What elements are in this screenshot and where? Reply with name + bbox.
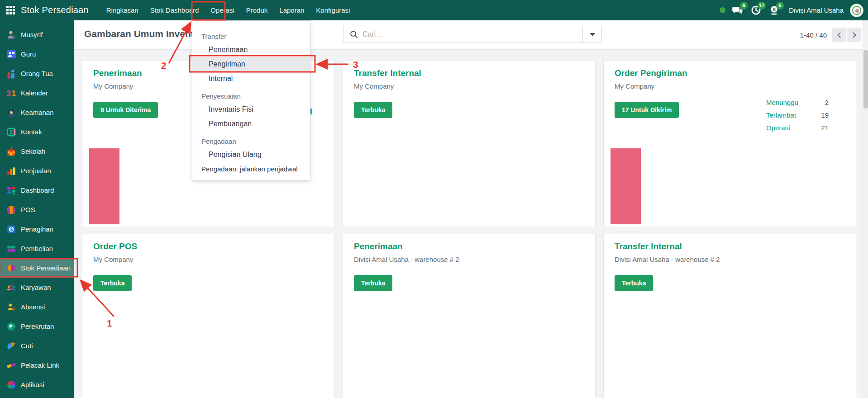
- card-action-button[interactable]: 17 Untuk Dikirim: [615, 102, 679, 118]
- card-stat-menunggu[interactable]: Menunggu2: [766, 96, 829, 109]
- sidebar-item-label: Stok Persediaan: [21, 264, 71, 272]
- sidebar-item-penagihan[interactable]: $Penagihan: [0, 219, 74, 239]
- inventory-icon: [6, 263, 16, 273]
- card-company: My Company: [354, 82, 584, 90]
- card-action-button[interactable]: Terbuka: [354, 102, 392, 118]
- sidebar-item-absensi[interactable]: Absensi: [0, 297, 74, 317]
- company-switcher[interactable]: Divisi Amal Usaha: [789, 6, 844, 14]
- topbar-menu-operasi[interactable]: Operasi: [205, 0, 240, 20]
- kanban-card-order-pos-3: Order POSMy CompanyTerbuka: [82, 234, 335, 398]
- dropdown-section-transfer: Transfer: [192, 31, 310, 43]
- dropdown-item-pengiriman[interactable]: Pengiriman: [192, 57, 310, 71]
- sidebar-item-label: Guru: [21, 50, 36, 58]
- svg-text:1: 1: [12, 89, 16, 98]
- scrollbar-track[interactable]: [863, 20, 868, 398]
- sidebar-item-label: Kontak: [21, 128, 42, 136]
- contacts-icon: [6, 127, 16, 137]
- link-tracker-icon: [6, 360, 16, 370]
- money-icon[interactable]: $ 5: [768, 5, 780, 16]
- stat-label: Menunggu: [766, 96, 798, 109]
- topbar: Stok Persediaan RingkasanStok DashboardO…: [0, 0, 868, 20]
- operasi-dropdown-menu: TransferPenerimaanPengirimanInternalPeny…: [192, 20, 310, 180]
- dropdown-item-pengisian-ulang[interactable]: Pengisian Ulang: [192, 147, 310, 162]
- sidebar-item-keamanan[interactable]: Keamanan: [0, 103, 74, 122]
- sidebar-item-label: Sekolah: [21, 147, 45, 155]
- sidebar-item-stok-persediaan[interactable]: Stok Persediaan: [0, 258, 74, 278]
- topbar-menus: RingkasanStok DashboardOperasiProdukLapo…: [100, 0, 356, 20]
- kanban-card-order-pengiriman-2: Order PengirimanMy Company17 Untuk Dikir…: [603, 61, 856, 227]
- card-title[interactable]: Penerimaan: [354, 242, 584, 251]
- topbar-menu-ringkasan[interactable]: Ringkasan: [100, 0, 144, 20]
- topbar-menu-produk[interactable]: Produk: [240, 0, 274, 20]
- sidebar-item-karyawan[interactable]: Karyawan: [0, 278, 74, 297]
- card-action-button[interactable]: 9 Untuk Diterima: [93, 102, 158, 118]
- card-stat-operasi[interactable]: Operasi21: [766, 122, 829, 134]
- search-filter-toggle[interactable]: [582, 26, 601, 43]
- dropdown-item-pembuangan[interactable]: Pembuangan: [192, 117, 310, 131]
- stat-value: 2: [825, 96, 829, 109]
- dropdown-gap: [192, 86, 310, 90]
- dropdown-item-penerimaan[interactable]: Penerimaan: [192, 43, 310, 57]
- sidebar-item-label: Absensi: [21, 303, 45, 311]
- dropdown-item-inventaris-fisi[interactable]: Inventaris Fisi: [192, 102, 310, 117]
- dropdown-item-pengadaan-jalankan-penjadwal[interactable]: Pengadaan: jalankan penjadwal: [192, 162, 310, 176]
- sidebar-item-label: Pelacak Link: [21, 361, 59, 369]
- sidebar-item-dashboard[interactable]: Dashboard: [0, 180, 74, 200]
- cyan-marker: [310, 109, 312, 114]
- pager-prev-button[interactable]: [832, 28, 846, 42]
- sidebar-item-orang-tua[interactable]: Orang Tua: [0, 64, 74, 83]
- card-title[interactable]: Transfer Internal: [354, 68, 584, 78]
- sidebar-item-pos[interactable]: POS: [0, 200, 74, 219]
- card-company: Divisi Amal Usaha - warehouse # 2: [354, 256, 584, 263]
- sidebar-item-kalender[interactable]: 31Kalender: [0, 83, 74, 103]
- card-stat-terlambat[interactable]: Terlambat19: [766, 109, 829, 122]
- card-company: My Company: [615, 82, 845, 90]
- sidebar-item-kontak[interactable]: Kontak: [0, 122, 74, 142]
- messages-badge: 6: [740, 2, 748, 9]
- kanban-card-transfer-internal-5: Transfer InternalDivisi Amal Usaha - war…: [603, 234, 856, 398]
- security-icon: [6, 108, 16, 118]
- topbar-right-cluster: 6 17 $ 5 Divisi Amal Usaha: [720, 4, 868, 17]
- scrollbar-thumb[interactable]: [863, 50, 868, 109]
- dropdown-section-pengadaan: Pengadaan: [192, 136, 310, 147]
- sidebar-item-aplikasi[interactable]: Aplikasi: [0, 375, 74, 394]
- app-title[interactable]: Stok Persediaan: [21, 5, 89, 15]
- apps-grid-icon[interactable]: [0, 0, 21, 20]
- sidebar-item-cuti[interactable]: Cuti: [0, 336, 74, 355]
- sidebar-item-label: Penjualan: [21, 167, 51, 175]
- sidebar-item-musyrif[interactable]: Musyrif: [0, 25, 74, 44]
- sidebar-item-pelacak-link[interactable]: Pelacak Link: [0, 355, 74, 375]
- card-title[interactable]: Transfer Internal: [615, 242, 845, 251]
- card-action-button[interactable]: Terbuka: [354, 275, 392, 291]
- svg-text:$: $: [773, 7, 776, 12]
- pager-next-button[interactable]: [847, 28, 861, 42]
- search-input[interactable]: [362, 30, 582, 38]
- messages-icon[interactable]: 6: [732, 5, 744, 16]
- card-action-button[interactable]: Terbuka: [615, 275, 653, 291]
- dashboard-icon: [6, 185, 16, 195]
- sidebar-item-pembelian[interactable]: Pembelian: [0, 239, 74, 258]
- school-icon: [6, 147, 16, 156]
- topbar-menu-konfigurasi[interactable]: Konfigurasi: [310, 0, 356, 20]
- card-action-button[interactable]: Terbuka: [93, 275, 132, 291]
- sidebar-item-perekrutan[interactable]: Perekrutan: [0, 317, 74, 336]
- user-avatar[interactable]: [850, 4, 863, 17]
- topbar-menu-laporan[interactable]: Laporan: [273, 0, 310, 20]
- dropdown-section-penyesuaian: Penyesuaian: [192, 90, 310, 102]
- pager: 1-40 / 40: [800, 28, 861, 42]
- activities-clock-icon[interactable]: 17: [750, 5, 762, 16]
- kanban-card-penerimaan-4: PenerimaanDivisi Amal Usaha - warehouse …: [343, 234, 596, 398]
- sidebar-item-guru[interactable]: Guru: [0, 44, 74, 64]
- card-title[interactable]: Order Pengiriman: [615, 68, 845, 78]
- card-stats: Menunggu2Terlambat19Operasi21: [766, 96, 829, 134]
- calendar-icon: 31: [6, 88, 16, 98]
- sidebar-item-label: Orang Tua: [21, 70, 53, 77]
- employees-icon: [6, 283, 16, 293]
- card-title[interactable]: Order POS: [93, 242, 324, 251]
- stat-value: 21: [821, 122, 829, 134]
- dropdown-item-internal[interactable]: Internal: [192, 71, 310, 86]
- sidebar-item-sekolah[interactable]: Sekolah: [0, 142, 74, 161]
- presence-dot-icon: [720, 7, 725, 13]
- topbar-menu-stok-dashboard[interactable]: Stok Dashboard: [144, 0, 205, 20]
- sidebar-item-penjualan[interactable]: Penjualan: [0, 161, 74, 180]
